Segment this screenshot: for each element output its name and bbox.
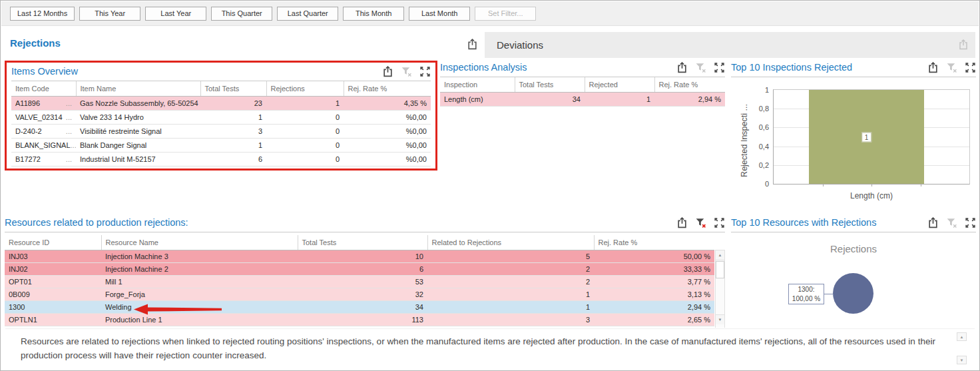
y-tick-label: 0 <box>746 180 769 188</box>
y-tick-label: 0,4 <box>746 143 769 151</box>
scroll-up-button[interactable]: ▲ <box>716 250 724 260</box>
rejection-rate: 3,13 % <box>594 288 714 300</box>
table-row[interactable]: INJ03 Injection Machine 3 10 5 50,00 % <box>5 250 714 262</box>
bar-chart: Rejected Inspecti ... 1 0,8 0,6 0,4 0,2 … <box>731 83 976 202</box>
export-icon[interactable] <box>676 62 688 73</box>
column-header[interactable]: Rejected <box>585 77 654 92</box>
items-overview-table: Item Code Item Name Total Tests Rejectio… <box>11 81 431 167</box>
column-header[interactable]: Inspection <box>440 77 515 92</box>
total-tests: 113 <box>298 313 427 326</box>
filter-button-last-month[interactable]: Last Month <box>409 7 470 21</box>
vertical-scrollbar[interactable]: ▲ ▼ <box>715 250 725 328</box>
resource-name: Forge_Forja <box>101 288 298 300</box>
clear-filter-icon[interactable] <box>946 62 957 73</box>
bar-chart-plot: 1 0,8 0,6 0,4 0,2 0 1 <box>773 89 970 185</box>
rejections: 0 <box>266 138 344 152</box>
clear-filter-active-icon[interactable] <box>695 217 706 228</box>
rejection-rate: 3,77 % <box>594 275 714 288</box>
filter-button-this-quarter[interactable]: This Quarter <box>211 7 272 21</box>
fullscreen-icon[interactable] <box>965 217 976 228</box>
filter-button-this-year[interactable]: This Year <box>79 7 140 21</box>
filter-button-last-12-months[interactable]: Last 12 Months <box>10 7 75 21</box>
resource-id: OPT01 <box>5 275 101 288</box>
clear-filter-icon[interactable] <box>401 66 412 77</box>
column-header[interactable]: Resource ID <box>5 235 101 250</box>
table-row[interactable]: OPTLN1 Production Line 1 113 3 2,65 % <box>5 313 714 326</box>
set-filter-button[interactable]: Set Filter... <box>475 7 536 21</box>
table-row[interactable]: B17272... Industrial Unit M-52157 6 0 %0… <box>11 152 431 166</box>
fullscreen-icon[interactable] <box>714 62 725 73</box>
table-row[interactable]: INJ02 Injection Machine 2 6 2 33,33 % <box>5 262 714 275</box>
footer-note: Resources are related to rejections when… <box>5 328 975 367</box>
pie-chart: 1300: 100,00 % <box>731 254 976 321</box>
column-header[interactable]: Resource Name <box>101 235 298 250</box>
inspection-name: Length (cm) <box>440 92 515 106</box>
scroll-up-button[interactable]: ▲ <box>957 332 967 341</box>
column-header[interactable]: Total Tests <box>200 81 266 96</box>
column-header[interactable]: Item Name <box>76 81 200 96</box>
column-header[interactable]: Rej. Rate % <box>344 81 431 96</box>
column-header[interactable]: Item Code <box>11 81 76 96</box>
truncation-ellipsis: ... <box>66 155 72 163</box>
export-icon[interactable] <box>676 217 688 228</box>
item-name: Valve 233 14 Hydro <box>76 110 200 124</box>
footer-scrollbar[interactable]: ▲ ▼ <box>957 332 967 364</box>
table-row[interactable]: VALVE_02314... Valve 233 14 Hydro 1 0 %0… <box>11 110 431 124</box>
column-header[interactable]: Rejections <box>266 81 344 96</box>
fullscreen-icon[interactable] <box>714 217 725 228</box>
red-arrow-annotation <box>134 304 222 315</box>
column-header[interactable]: Total Tests <box>515 77 585 92</box>
rejection-rate: 2,94 % <box>654 92 725 106</box>
filter-button-last-quarter[interactable]: Last Quarter <box>277 7 338 21</box>
total-tests: 32 <box>298 288 427 300</box>
resources-panel: Resources related to production rejectio… <box>5 217 725 328</box>
table-row[interactable]: 0B009 Forge_Forja 32 1 3,13 % <box>5 288 714 300</box>
related-to-rejections: 1 <box>427 288 594 300</box>
table-row-selected[interactable]: 1300 Welding 34 1 2,94 % <box>5 300 714 313</box>
clear-filter-icon[interactable] <box>946 217 957 228</box>
related-to-rejections: 2 <box>427 262 594 275</box>
table-row[interactable]: BLANK_SIGNAL... Blank Danger Signal 1 0 … <box>11 138 431 152</box>
export-icon[interactable] <box>927 217 939 228</box>
table-row[interactable]: D-240-2... Visibilité restreinte Signal … <box>11 124 431 138</box>
clear-filter-icon[interactable] <box>695 62 706 73</box>
export-icon[interactable] <box>467 39 478 50</box>
rejected: 1 <box>585 92 654 106</box>
tab-rejections[interactable]: Rejections <box>10 37 61 49</box>
pie-slice-1300[interactable] <box>833 273 873 314</box>
table-row[interactable]: Length (cm) 34 1 2,94 % <box>440 92 725 106</box>
column-header[interactable]: Rej. Rate % <box>654 77 725 92</box>
table-row[interactable]: A11896... Gas Nozzle Subassembly, 65-502… <box>11 96 431 110</box>
resource-name: Injection Machine 3 <box>101 250 298 262</box>
table-row[interactable]: OPT01 Mill 1 53 2 3,77 % <box>5 275 714 288</box>
fullscreen-icon[interactable] <box>419 66 431 77</box>
column-header[interactable]: Related to Rejections <box>427 235 594 250</box>
filter-button-last-year[interactable]: Last Year <box>145 7 206 21</box>
scroll-down-button[interactable]: ▼ <box>716 314 724 324</box>
table-header-row: Resource ID Resource Name Total Tests Re… <box>5 235 714 250</box>
scroll-down-button[interactable]: ▼ <box>957 356 967 364</box>
scroll-thumb[interactable] <box>716 261 724 278</box>
resource-id: INJ03 <box>5 250 101 262</box>
export-icon[interactable] <box>958 39 969 50</box>
item-name: Visibilité restreinte Signal <box>76 124 200 138</box>
column-header[interactable]: Rej. Rate % <box>594 235 714 250</box>
item-code: BLANK_SIGNAL <box>15 141 71 149</box>
total-tests: 6 <box>298 262 427 275</box>
pie-slice-callout: 1300: 100,00 % <box>788 284 824 304</box>
total-tests: 1 <box>200 138 266 152</box>
inspections-analysis-panel: Inspections Analysis Inspection Total Te… <box>440 62 725 107</box>
callout-value: 100,00 % <box>789 294 824 304</box>
export-icon[interactable] <box>927 62 939 73</box>
resource-id: OPTLN1 <box>5 313 101 326</box>
filter-button-this-month[interactable]: This Month <box>343 7 404 21</box>
tab-deviations[interactable]: Deviations <box>485 32 975 58</box>
export-icon[interactable] <box>382 66 393 77</box>
item-code: D-240-2 <box>15 127 42 135</box>
related-to-rejections: 3 <box>427 313 594 326</box>
total-tests: 10 <box>298 250 427 262</box>
column-header[interactable]: Total Tests <box>298 235 427 250</box>
fullscreen-icon[interactable] <box>965 62 976 73</box>
date-filter-toolbar: Last 12 Months This Year Last Year This … <box>1 1 979 26</box>
bar-length-cm[interactable]: 1 <box>809 90 924 184</box>
